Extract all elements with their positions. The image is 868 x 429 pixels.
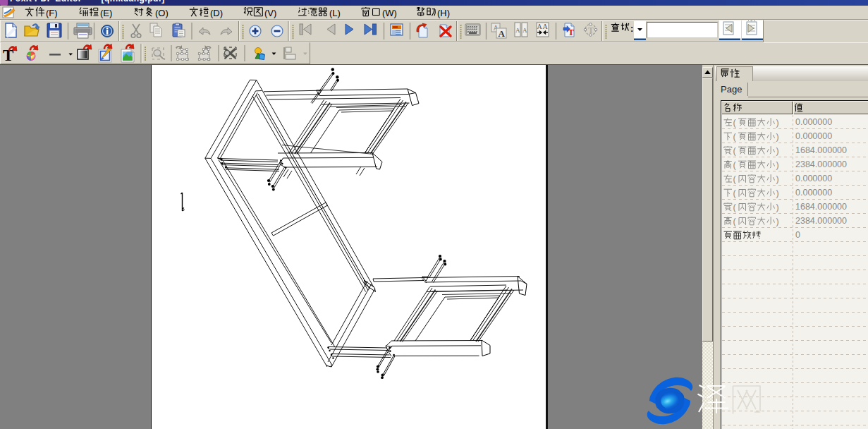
- svg-text:): ): [776, 131, 779, 141]
- svg-text:): ): [776, 117, 779, 127]
- svg-text:): ): [776, 145, 779, 155]
- svg-text:(: (: [733, 216, 737, 226]
- svg-text:(: (: [733, 117, 737, 127]
- svg-text:(: (: [733, 131, 737, 141]
- svg-text:(: (: [733, 159, 737, 169]
- svg-text:): ): [776, 188, 779, 198]
- svg-text:(: (: [733, 174, 737, 183]
- svg-text:): ): [776, 159, 779, 169]
- svg-text:): ): [776, 174, 779, 183]
- svg-text:): ): [776, 216, 779, 226]
- svg-text:(: (: [733, 145, 737, 155]
- svg-text:): ): [776, 202, 779, 212]
- svg-text:(: (: [733, 202, 737, 212]
- svg-text:(: (: [733, 188, 737, 198]
